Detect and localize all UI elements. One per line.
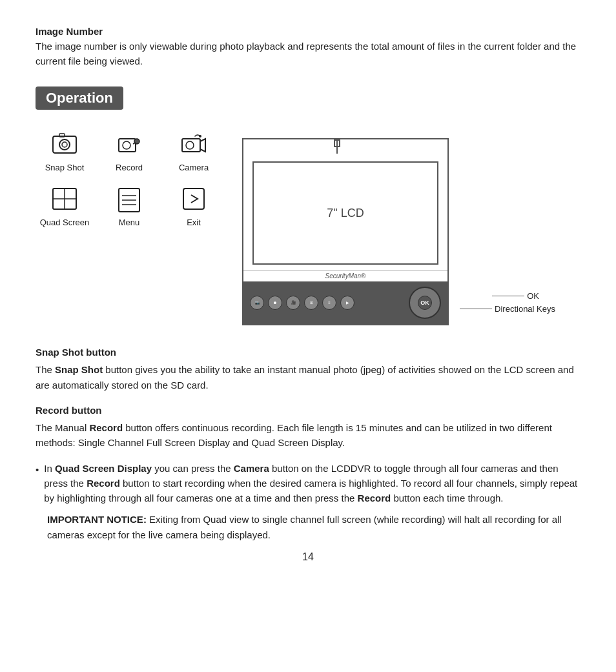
snap-shot-desc: The Snap Shot button gives you the abili…: [36, 362, 580, 392]
btn-exit[interactable]: ▶: [340, 296, 354, 310]
antenna-area: [243, 139, 447, 154]
quad-screen-icon: [50, 184, 79, 214]
camera-label: Camera: [179, 163, 209, 172]
image-number-section: Image Number The image number is only vi…: [36, 26, 580, 68]
snap-shot-icon: [50, 129, 79, 159]
ok-label: OK: [527, 291, 539, 301]
directional-annotation: Directional Keys: [460, 304, 555, 314]
svg-point-2: [62, 142, 67, 147]
antenna-wire: [336, 139, 338, 154]
record-button-section: Record button The Manual Record button o…: [36, 403, 580, 451]
record-button-title: Record button: [36, 403, 580, 418]
btn-snap-shot[interactable]: 📷: [250, 296, 264, 310]
quad-screen-label: Quad Screen: [40, 218, 90, 227]
camera-icon: [179, 129, 209, 159]
exit-icon-item: Exit: [165, 184, 223, 227]
svg-rect-4: [119, 139, 136, 152]
button-row: 📷 ⏺ 🎥 ⊞ ≡: [243, 281, 447, 324]
bullet-text: In Quad Screen Display you can press the…: [44, 461, 580, 506]
svg-point-9: [186, 141, 194, 149]
svg-rect-8: [182, 139, 200, 152]
svg-point-10: [199, 135, 201, 137]
nav-cluster[interactable]: OK: [409, 287, 441, 319]
record-icon-item: Record: [100, 129, 158, 172]
image-number-desc: The image number is only viewable during…: [36, 39, 580, 68]
brand-bar: SecurityMan®: [243, 270, 447, 281]
svg-rect-18: [183, 188, 204, 209]
device-body: 7" LCD SecurityMan® 📷 ⏺ 🎥: [242, 138, 449, 325]
camera-icon-item: Camera: [165, 129, 223, 172]
svg-point-5: [123, 141, 130, 149]
important-notice: IMPORTANT NOTICE: Exiting from Quad view…: [47, 512, 580, 542]
record-icon: [114, 129, 144, 159]
lcd-screen: 7" LCD: [252, 161, 438, 265]
svg-rect-3: [59, 134, 65, 137]
menu-icon-item: Menu: [100, 184, 158, 227]
exit-label: Exit: [187, 218, 201, 227]
svg-rect-0: [53, 136, 76, 153]
button-circles: 📷 ⏺ 🎥 ⊞ ≡: [250, 296, 354, 310]
image-number-title: Image Number: [36, 26, 580, 37]
snap-shot-icon-item: Snap Shot: [36, 129, 94, 172]
menu-label: Menu: [119, 218, 140, 227]
directional-label: Directional Keys: [495, 304, 555, 314]
bullet-dot: •: [36, 462, 39, 477]
icons-grid: Snap Shot Record: [36, 123, 223, 227]
device-diagram-wrapper: Antenna 7" LCD SecurityMan®: [242, 138, 449, 325]
operation-section: Snap Shot Record: [36, 123, 580, 325]
svg-point-1: [59, 139, 70, 150]
nav-ok-button[interactable]: OK: [418, 296, 432, 310]
exit-icon: [179, 184, 209, 214]
quad-screen-bullet: • In Quad Screen Display you can press t…: [36, 461, 580, 506]
btn-menu[interactable]: ≡: [322, 296, 336, 310]
snap-shot-section: Snap Shot button The Snap Shot button gi…: [36, 345, 580, 392]
btn-record[interactable]: ⏺: [268, 296, 282, 310]
snap-shot-title: Snap Shot button: [36, 345, 580, 360]
operation-header: Operation: [36, 87, 123, 110]
record-label: Record: [116, 163, 143, 172]
ok-annotation: OK: [492, 291, 539, 301]
btn-camera[interactable]: 🎥: [286, 296, 300, 310]
important-notice-label: IMPORTANT NOTICE:: [47, 514, 147, 525]
quad-screen-icon-item: Quad Screen: [36, 184, 94, 227]
menu-icon: [114, 184, 144, 214]
lcd-label: 7" LCD: [327, 207, 364, 220]
record-button-desc: The Manual Record button offers continuo…: [36, 420, 580, 451]
snap-shot-label: Snap Shot: [45, 163, 85, 172]
page-number: 14: [36, 551, 580, 563]
btn-quad[interactable]: ⊞: [304, 296, 318, 310]
